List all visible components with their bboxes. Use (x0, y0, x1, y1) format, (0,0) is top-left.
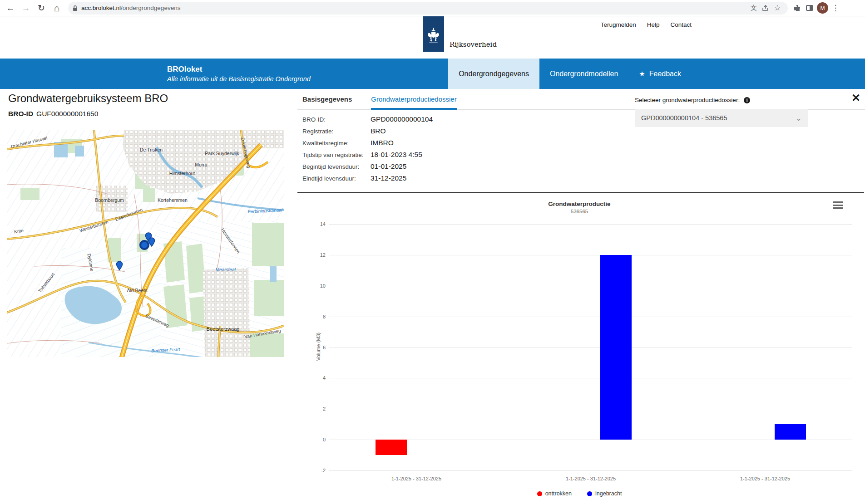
y-tick-label: -2 (307, 468, 326, 473)
rijksoverheid-logo (423, 16, 444, 52)
brand-subtitle: Alle informatie uit de Basisregistratie … (167, 75, 448, 83)
y-tick-label: 6 (307, 345, 326, 350)
side-panel-glyph (806, 5, 813, 11)
browser-actions: M ⋮ (791, 2, 842, 15)
site-header: Rijksoverheid Terugmelden Help Contact (0, 17, 865, 59)
feedback-label: Feedback (649, 70, 681, 78)
field-label: Kwaliteitsregime: (302, 140, 371, 147)
map-canvas[interactable]: Drachtster HeaweiDe TriskenPark Suyderwi… (7, 130, 284, 357)
info-icon[interactable]: i (744, 97, 750, 103)
y-gridline (329, 409, 852, 409)
field-value: GPD000000000104 (371, 115, 433, 123)
map-cluster-marker[interactable] (140, 241, 148, 249)
url-text: acc.broloket.nl/ondergrondgegevens (81, 5, 748, 11)
detail-fields: BRO-ID: GPD000000000104 Registratie: BRO… (302, 115, 433, 186)
chart-title: Grondwaterproductie (297, 201, 861, 207)
tab-grondwaterproductiedossier[interactable]: Grondwaterproductiedossier (371, 89, 456, 109)
y-tick-label: 4 (307, 375, 326, 381)
bar-ingebracht[interactable] (775, 424, 806, 440)
field-kwaliteitsregime: Kwaliteitsregime: IMBRO (302, 139, 433, 147)
map-label: Boornbergum (95, 197, 124, 203)
map-label: Himsterhout (169, 171, 195, 176)
bar-onttrokken[interactable] (376, 440, 407, 455)
field-label: Registratie: (302, 128, 371, 135)
legend-label: onttrokken (545, 490, 572, 497)
x-category-label: 1-1-2025 - 31-12-2025 (366, 476, 466, 481)
y-tick-label: 8 (307, 314, 326, 319)
y-gridline (329, 440, 852, 440)
chart-menu-icon[interactable] (833, 201, 843, 210)
reload-icon[interactable]: ↻ (34, 2, 49, 15)
legend-onttrokken[interactable]: onttrokken (537, 490, 572, 497)
dossier-select[interactable]: GPD000000000104 - 536565 ⌄ (635, 109, 808, 127)
field-label: Tijdstip van registratie: (302, 152, 371, 158)
browser-toolbar: ← → ↻ ⌂ acc.broloket.nl/ondergrondgegeve… (0, 0, 865, 16)
chart-legend: onttrokken ingebracht (297, 490, 861, 497)
bookmark-star-icon[interactable]: ☆ (771, 2, 783, 14)
header-links: Terugmelden Help Contact (601, 21, 692, 28)
map-label: De Trisken (140, 147, 163, 152)
back-icon[interactable]: ← (3, 2, 18, 15)
url-bar[interactable]: acc.broloket.nl/ondergrondgegevens 文 ☆ (68, 2, 788, 15)
bro-id-value: GUF000000001650 (36, 110, 98, 117)
production-chart: Grondwaterproductie 536565 Volume (M3) o… (297, 198, 865, 503)
extensions-puzzle-icon[interactable] (791, 2, 803, 15)
map-label: Beetsterzwaag (207, 326, 240, 332)
home-icon[interactable]: ⌂ (49, 2, 64, 15)
y-tick-label: 0 (307, 437, 326, 442)
rijksoverheid-crest (423, 16, 444, 52)
legend-label: ingebracht (595, 490, 622, 497)
chevron-down-icon: ⌄ (796, 113, 802, 123)
tab-basisgegevens[interactable]: Basisgegevens (302, 89, 352, 109)
chart-subtitle: 536565 (297, 209, 861, 214)
y-gridline (329, 470, 852, 471)
profile-avatar[interactable]: M (817, 2, 828, 14)
field-bro-id: BRO-ID: GPD000000000104 (302, 115, 433, 123)
x-category-label: 1-1-2025 - 31-12-2025 (541, 476, 641, 481)
forward-icon[interactable]: → (18, 2, 34, 15)
close-icon[interactable]: ✕ (851, 93, 860, 103)
nav-item-feedback[interactable]: ★ Feedback (628, 59, 692, 89)
legend-ingebracht[interactable]: ingebracht (587, 490, 622, 497)
y-gridline (329, 347, 852, 348)
page-title: Grondwatergebruiksysteem BRO (8, 92, 168, 105)
y-tick-label: 10 (307, 283, 326, 289)
bro-id-line: BRO-IDGUF000000001650 (8, 110, 98, 118)
link-contact[interactable]: Contact (670, 21, 692, 28)
detail-panel: Basisgegevens Grondwaterproductiedossier… (297, 89, 865, 504)
nav-item-ondergrondmodellen[interactable]: Ondergrondmodellen (539, 59, 628, 89)
dossier-select-value: GPD000000000104 - 536565 (641, 114, 727, 122)
bar-ingebracht[interactable] (600, 255, 632, 440)
y-tick-label: 14 (307, 221, 326, 227)
legend-dot-red (537, 491, 542, 496)
brand-block[interactable]: BROloket Alle informatie uit de Basisreg… (167, 59, 448, 89)
y-gridline (329, 317, 852, 317)
share-icon-glyph (762, 5, 769, 11)
lock-icon (73, 5, 78, 11)
kebab-menu-icon[interactable]: ⋮ (829, 2, 842, 15)
link-help[interactable]: Help (647, 21, 660, 28)
location-map[interactable]: Drachtster HeaweiDe TriskenPark Suyderwi… (7, 130, 284, 357)
field-label: Begintijd levensduur: (302, 163, 371, 170)
y-tick-label: 2 (307, 406, 326, 411)
legend-dot-blue (587, 491, 592, 496)
dossier-selector: Selecteer grondwaterproductiedossier: i … (635, 97, 812, 127)
map-label: Park Suyderwijk (205, 151, 239, 156)
field-begintijd: Begintijd levensduur: 01-01-2025 (302, 162, 433, 171)
map-label: Ald Beets (127, 288, 148, 293)
selector-label: Selecteer grondwaterproductiedossier: (635, 97, 740, 103)
link-terugmelden[interactable]: Terugmelden (601, 21, 636, 28)
field-tijdstip-registratie: Tijdstip van registratie: 18-01-2023 4:5… (302, 151, 433, 159)
y-gridline (329, 286, 852, 286)
field-eindtijd: Eindtijd levensduur: 31-12-2025 (302, 174, 433, 182)
translate-icon[interactable]: 文 (748, 2, 760, 14)
field-value: 18-01-2023 4:55 (371, 151, 422, 159)
share-icon[interactable] (760, 2, 771, 14)
side-panel-icon[interactable] (803, 2, 816, 15)
map-label: Morra (195, 162, 208, 167)
nav-item-ondergrondgegevens[interactable]: Ondergrondgegevens (448, 59, 539, 89)
field-registratie: Registratie: BRO (302, 127, 433, 135)
map-label: Mearsfeat (216, 267, 237, 272)
field-value: 31-12-2025 (371, 174, 406, 182)
brand-title: BROloket (167, 65, 448, 74)
